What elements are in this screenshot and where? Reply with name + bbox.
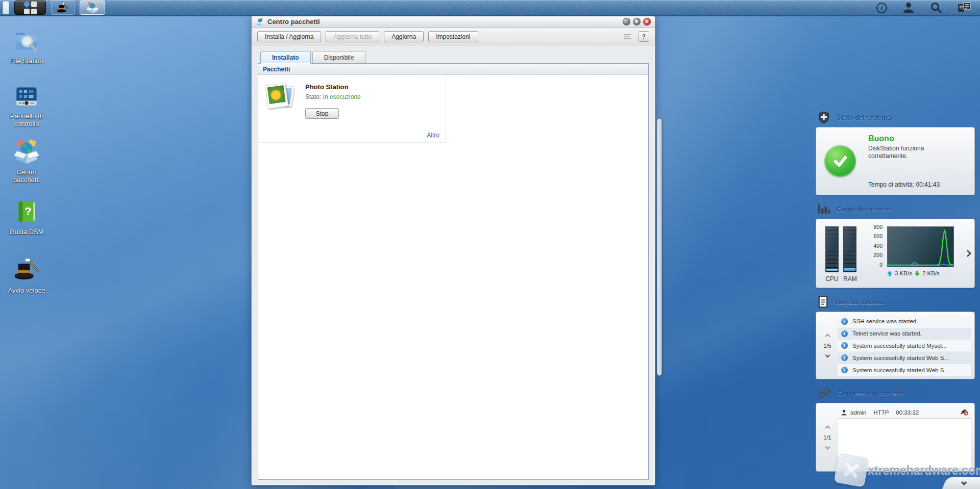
desktop-icon-label: Centro pacchetti <box>4 168 50 184</box>
status-description: DiskStation funziona correttamente. <box>868 145 950 160</box>
desktop-icon-quick-start[interactable]: Avvio veloce <box>0 256 53 294</box>
uptime-text: Tempo di attività: 00:41:43 <box>868 181 950 188</box>
widget-title: Controllo risorse <box>837 205 890 213</box>
status-ok-icon <box>824 145 856 177</box>
package-center-taskbar-button[interactable] <box>80 1 105 15</box>
bar-chart-icon <box>818 203 830 215</box>
window-scrollbar-thumb[interactable] <box>657 118 662 376</box>
close-button[interactable]: × <box>643 18 651 25</box>
ram-gauge <box>843 226 856 272</box>
ram-label: RAM <box>843 275 857 282</box>
main-menu-button[interactable] <box>14 1 46 15</box>
package-list-area: Pacchetti Photo Station Stato: In esecuz… <box>258 63 649 480</box>
maximize-button[interactable]: + <box>633 18 641 25</box>
search-icon[interactable] <box>930 2 942 14</box>
system-widgets: Stato del sistema Buono DiskStation funz… <box>816 110 975 478</box>
widget-title: Connessioni correnti <box>838 390 904 397</box>
pager-up-icon[interactable] <box>825 333 830 339</box>
package-status: Stato: In esecuzione <box>305 93 361 100</box>
connection-protocol: HTTP <box>873 409 889 416</box>
desktop-icon-label: Guida DSM <box>9 228 43 236</box>
window-toolbar: Installa / Aggiorna Aggiorna tutto Aggio… <box>252 28 655 45</box>
pager-down-icon[interactable] <box>825 444 830 449</box>
desktop-icon-control-panel[interactable]: Pannello di controllo <box>0 83 53 128</box>
pager-up-icon[interactable] <box>825 425 830 430</box>
widget-title: Stato del sistema <box>837 114 891 121</box>
desktop-icon-label: Avvio veloce <box>8 287 45 294</box>
pilot-view-icon[interactable] <box>958 2 971 14</box>
install-update-button[interactable]: Installa / Aggiorna <box>257 31 321 42</box>
more-link[interactable]: Altro <box>427 132 439 139</box>
log-row[interactable]: iSystem successfully started Mysql... <box>838 340 971 352</box>
collapse-widgets-tab[interactable] <box>942 477 980 489</box>
logs-pager: 1/5 <box>817 315 838 376</box>
document-icon <box>818 296 829 308</box>
info-icon: i <box>841 330 848 337</box>
package-status-value: In esecuzione <box>323 93 361 100</box>
main-menu-icon <box>23 1 30 8</box>
resource-monitor-header: Controllo risorse <box>816 201 975 217</box>
log-row[interactable]: iTelnet service was started. <box>838 328 971 340</box>
pager-page: 1/5 <box>823 343 831 349</box>
info-icon: i <box>841 367 848 373</box>
tab-installed[interactable]: Installato <box>260 51 311 64</box>
info-icon: i <box>841 318 848 325</box>
control-panel-icon <box>14 83 39 109</box>
refresh-button[interactable]: Aggiorna <box>384 31 424 42</box>
user-icon[interactable] <box>902 2 915 14</box>
package-center-icon <box>86 2 99 14</box>
connections-empty-area <box>838 419 971 468</box>
network-rates: 3 KB/s 2 KB/s <box>887 270 940 276</box>
cpu-gauge-fill <box>826 269 838 271</box>
status-value: Buono <box>868 134 950 143</box>
minimize-button[interactable] <box>623 18 630 25</box>
window-title: Centro pacchetti <box>267 18 320 25</box>
pager-down-icon[interactable] <box>825 352 830 357</box>
ram-gauge-fill <box>844 268 855 271</box>
package-center-window: Centro pacchetti + × Installa / Aggiorna… <box>251 15 655 485</box>
resource-monitor-panel: CPU RAM 800 600 400 200 0 3 KB/s <box>816 219 975 288</box>
connection-row: admin HTTP 00:33:32 <box>838 406 971 419</box>
tab-available[interactable]: Disponibile <box>312 51 366 64</box>
desktop-icon-file-station[interactable]: File Station <box>0 28 53 65</box>
recent-logs-header: Registri recenti <box>816 294 975 310</box>
show-desktop-button[interactable] <box>3 1 9 14</box>
desktop-icon-dsm-help[interactable]: ? Guida DSM <box>0 199 53 236</box>
widget-title: Registri recenti <box>836 298 884 306</box>
recent-logs-panel: 1/5 iSSH service was started. iTelnet se… <box>816 312 975 379</box>
log-row[interactable]: iSystem successfully started Web S... <box>838 352 971 364</box>
stop-button[interactable]: Stop <box>305 108 339 119</box>
info-icon[interactable]: i <box>876 3 887 13</box>
download-series <box>888 230 953 265</box>
window-titlebar[interactable]: Centro pacchetti + × <box>252 16 655 28</box>
system-status-panel: Buono DiskStation funziona correttamente… <box>816 127 975 195</box>
pager-page: 1/1 <box>823 434 831 441</box>
log-row[interactable]: iSystem successfully started Web S... <box>838 364 971 376</box>
desktop-icon-label: Pannello di controllo <box>4 112 50 128</box>
download-arrow-icon <box>915 271 920 276</box>
download-rate: 2 KB/s <box>922 270 940 276</box>
cpu-label: CPU <box>825 275 838 282</box>
package-row-photo-station[interactable]: Photo Station Stato: In esecuzione Stop … <box>258 75 446 143</box>
cpu-gauge <box>825 226 839 272</box>
log-row[interactable]: iSSH service was started. <box>838 316 971 327</box>
file-station-icon <box>14 28 39 54</box>
magic-hat-icon <box>57 2 69 13</box>
network-graph <box>887 226 954 267</box>
help-button[interactable]: ? <box>639 31 649 42</box>
dsm-help-icon: ? <box>14 199 39 224</box>
desktop-icon-package-center[interactable]: Centro pacchetti <box>0 139 53 184</box>
sort-icon <box>624 34 633 39</box>
resource-next-button[interactable] <box>965 249 970 258</box>
link-icon <box>818 387 831 400</box>
quick-start-taskbar-button[interactable] <box>51 1 75 15</box>
tabstrip: Installato Disponibile <box>258 49 649 63</box>
info-icon: i <box>841 342 848 349</box>
photo-station-icon <box>266 83 295 112</box>
settings-button[interactable]: Impostazioni <box>428 31 478 42</box>
disconnect-icon[interactable] <box>960 408 968 417</box>
package-center-icon <box>14 139 39 165</box>
info-icon: i <box>841 354 848 361</box>
connection-user: admin <box>850 409 866 416</box>
current-connections-header: Connessioni correnti <box>816 385 975 401</box>
